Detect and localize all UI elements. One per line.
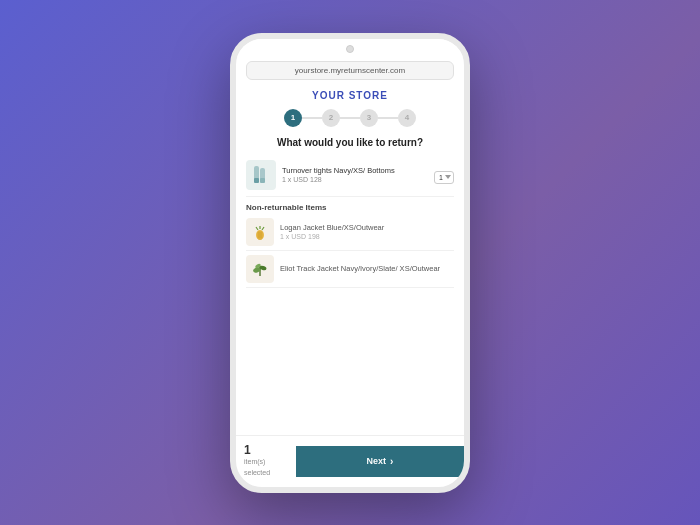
- bottom-bar: 1 item(s)selected Next ›: [236, 435, 464, 486]
- step-1: 1: [284, 109, 302, 127]
- count-number: 1: [244, 444, 288, 456]
- step-line-1-2: [302, 117, 322, 119]
- svg-rect-3: [260, 178, 265, 183]
- nr-info-2: Eliot Track Jacket Navy/Ivory/Slate/ XS/…: [280, 264, 454, 274]
- step-4: 4: [398, 109, 416, 127]
- count-label: item(s)selected: [244, 458, 270, 476]
- step-line-2-3: [340, 117, 360, 119]
- nr-thumbnail-2: [246, 255, 274, 283]
- product-name: Turnover tights Navy/XS/ Bottoms: [282, 166, 428, 176]
- non-returnable-item-2: Eliot Track Jacket Navy/Ivory/Slate/ XS/…: [246, 251, 454, 288]
- qty-select[interactable]: 1 2 3: [434, 171, 454, 184]
- step-line-3-4: [378, 117, 398, 119]
- chevron-right-icon: ›: [390, 456, 393, 467]
- nr-info-1: Logan Jacket Blue/XS/Outwear 1 x USD 198: [280, 223, 454, 240]
- address-bar: yourstore.myreturnscenter.com: [246, 61, 454, 80]
- camera-dot: [346, 45, 354, 53]
- selected-count-area: 1 item(s)selected: [236, 436, 296, 486]
- product-list: Turnover tights Navy/XS/ Bottoms 1 x USD…: [236, 154, 464, 436]
- non-returnable-item-1: Logan Jacket Blue/XS/Outwear 1 x USD 198: [246, 214, 454, 251]
- nr-thumbnail-1: [246, 218, 274, 246]
- section-title: What would you like to return?: [236, 133, 464, 154]
- phone-shell: yourstore.myreturnscenter.com YOUR STORE…: [230, 33, 470, 493]
- product-info: Turnover tights Navy/XS/ Bottoms 1 x USD…: [282, 166, 428, 184]
- nr-name-1: Logan Jacket Blue/XS/Outwear: [280, 223, 454, 233]
- non-returnable-label: Non-returnable Items: [246, 197, 454, 214]
- quantity-selector[interactable]: 1 2 3: [434, 166, 454, 184]
- product-thumbnail: [246, 160, 276, 190]
- svg-rect-2: [254, 178, 259, 183]
- returnable-item: Turnover tights Navy/XS/ Bottoms 1 x USD…: [246, 154, 454, 197]
- phone-top-bar: [236, 39, 464, 57]
- product-price: 1 x USD 128: [282, 176, 428, 183]
- step-3: 3: [360, 109, 378, 127]
- svg-rect-0: [254, 166, 259, 180]
- next-button[interactable]: Next ›: [296, 446, 464, 477]
- store-name: YOUR STORE: [236, 84, 464, 105]
- progress-stepper: 1 2 3 4: [236, 105, 464, 133]
- nr-name-2: Eliot Track Jacket Navy/Ivory/Slate/ XS/…: [280, 264, 454, 274]
- svg-line-5: [256, 227, 258, 230]
- svg-line-7: [262, 227, 264, 230]
- next-button-label: Next: [367, 456, 387, 466]
- step-2: 2: [322, 109, 340, 127]
- nr-price-1: 1 x USD 198: [280, 233, 454, 240]
